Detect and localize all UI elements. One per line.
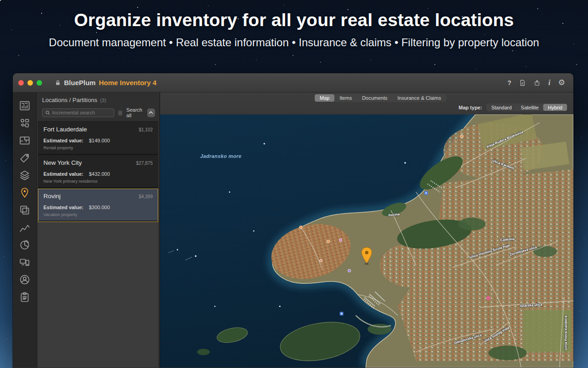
sidebar-item-floor-plan[interactable] — [16, 133, 33, 147]
sidebar-item-statistics[interactable] — [16, 220, 33, 234]
map-type-control: Map type: Standard Satellite Hybrid — [459, 103, 567, 111]
location-name: New York City — [43, 159, 82, 166]
sidebar-item-collections[interactable] — [16, 168, 33, 182]
tab-documents[interactable]: Documents — [357, 94, 393, 102]
tab-insurance-claims[interactable]: Insurance & Claims — [392, 94, 446, 102]
chevron-up-icon — [149, 111, 153, 114]
location-total: $4,399 — [139, 194, 153, 199]
titlebar-toolbar: ? i ⚙ — [508, 73, 565, 92]
document-icon[interactable] — [519, 79, 526, 87]
lock-icon — [55, 80, 61, 86]
location-note: New York primary residence — [43, 179, 153, 184]
sidebar-item-charts[interactable] — [16, 238, 33, 252]
locations-panel: Locations / Partitions (3) Search all — [37, 92, 160, 368]
sidebar-item-devices[interactable] — [16, 255, 33, 269]
map-header: Map Items Documents Insurance & Claims M… — [160, 92, 573, 114]
sidebar-item-items[interactable] — [16, 116, 33, 130]
locations-count: (3) — [100, 97, 106, 103]
close-window-button[interactable] — [18, 80, 24, 86]
app-name: BluePlum — [64, 79, 96, 87]
sea-label: Jadransko more — [200, 153, 242, 159]
search-all-label: Search all — [126, 107, 143, 118]
sidebar-item-photos[interactable] — [16, 203, 33, 217]
map-type-satellite[interactable]: Satellite — [516, 104, 543, 111]
sidebar-iconbar — [13, 92, 37, 368]
sidebar-item-tags[interactable] — [16, 151, 33, 165]
location-total: $27,875 — [136, 161, 153, 166]
location-row-rovinj[interactable]: Rovinj $4,399 Estimated value:$300.000 V… — [38, 189, 158, 222]
search-field[interactable] — [42, 108, 114, 117]
settings-gear-icon[interactable]: ⚙ — [558, 79, 565, 87]
locations-panel-header: Locations / Partitions (3) — [37, 92, 160, 106]
search-icon — [45, 110, 50, 115]
map[interactable]: Jadransko more Aleja Ruđera Boškovića Ul… — [160, 114, 573, 368]
estimated-value: $300.000 — [89, 205, 110, 210]
collapse-panel-button[interactable] — [147, 108, 155, 117]
hero-title: Organize inventory for all your real est… — [0, 10, 588, 30]
search-row: Search all — [37, 106, 160, 121]
info-icon[interactable]: i — [548, 79, 550, 87]
minimize-window-button[interactable] — [27, 80, 33, 86]
estimated-value: $149.000 — [89, 138, 110, 143]
zoom-window-button[interactable] — [37, 80, 42, 86]
estimated-value-label: Estimated value: — [43, 138, 83, 143]
search-all-checkbox[interactable] — [118, 110, 123, 116]
window-controls — [18, 80, 42, 86]
estimated-value-label: Estimated value: — [43, 205, 83, 210]
svg-text:Ulica Pietra Kandlera: Ulica Pietra Kandlera — [564, 315, 568, 350]
satellite-map: Jadransko more Aleja Ruđera Boškovića Ul… — [160, 114, 573, 368]
map-type-hybrid[interactable]: Hybrid — [543, 104, 567, 111]
locations-list: Fort Lauderdale $1,102 Estimated value:$… — [38, 121, 158, 368]
estimated-value: $432.000 — [89, 171, 110, 177]
map-type-label: Map type: — [459, 105, 482, 110]
share-icon[interactable] — [534, 79, 540, 87]
map-type-standard[interactable]: Standard — [486, 104, 516, 111]
window-title: BluePlum Home Inventory 4 — [55, 79, 156, 87]
sidebar-item-locations[interactable] — [16, 185, 33, 200]
search-input[interactable] — [52, 110, 111, 115]
location-note: Rental property — [43, 145, 153, 150]
marketing-hero: Organize inventory for all your real est… — [0, 0, 588, 49]
location-total: $1,102 — [139, 127, 153, 132]
view-tabs: Map Items Documents Insurance & Claims — [314, 94, 446, 102]
tab-items[interactable]: Items — [335, 94, 357, 102]
map-type-segmented: Standard Satellite Hybrid — [486, 103, 567, 111]
estimated-value-label: Estimated value: — [43, 171, 83, 177]
location-row-new-york-city[interactable]: New York City $27,875 Estimated value:$4… — [38, 155, 158, 189]
panel-title: Locations / Partitions — [42, 97, 97, 103]
document-title: Home Inventory 4 — [99, 79, 156, 87]
location-note: Vacation property — [43, 212, 153, 217]
tab-map[interactable]: Map — [315, 94, 334, 102]
app-window: BluePlum Home Inventory 4 ? i ⚙ — [13, 73, 573, 368]
location-name: Fort Lauderdale — [43, 126, 87, 133]
location-name: Rovinj — [43, 193, 61, 200]
sidebar-item-reports[interactable] — [16, 290, 33, 304]
sidebar-item-overview[interactable] — [16, 98, 33, 113]
location-row-fort-lauderdale[interactable]: Fort Lauderdale $1,102 Estimated value:$… — [38, 122, 158, 155]
help-icon[interactable]: ? — [508, 79, 512, 87]
map-section: Map Items Documents Insurance & Claims M… — [160, 92, 573, 368]
hero-subtitle: Document management • Real estate inform… — [0, 36, 588, 49]
titlebar: BluePlum Home Inventory 4 ? i ⚙ — [13, 73, 573, 92]
sidebar-item-contacts[interactable] — [16, 272, 33, 287]
